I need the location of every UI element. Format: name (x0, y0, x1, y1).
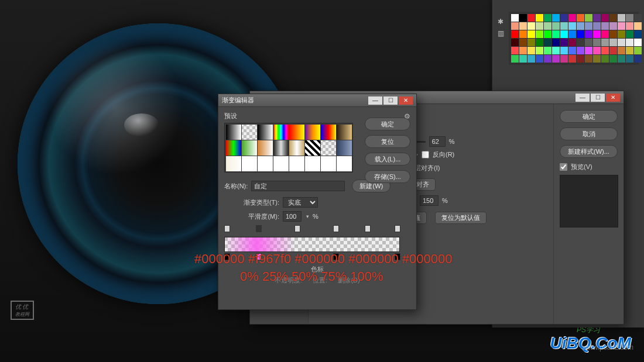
gradient-preset[interactable] (321, 140, 336, 156)
swatch-cell[interactable] (527, 55, 535, 63)
swatch-cell[interactable] (626, 47, 633, 54)
swatch-cell[interactable] (618, 30, 625, 38)
swatch-cell[interactable] (527, 30, 535, 38)
swatch-cell[interactable] (609, 22, 617, 30)
swatch-cell[interactable] (601, 39, 609, 46)
reverse-checkbox[interactable] (422, 151, 429, 158)
swatch-cell[interactable] (634, 14, 642, 22)
swatch-cell[interactable] (519, 39, 527, 46)
new-style-button[interactable]: 新建样式(W)... (560, 145, 618, 158)
swatch-cell[interactable] (552, 55, 560, 63)
swatch-cell[interactable] (626, 39, 633, 46)
gradient-preset[interactable] (321, 156, 336, 171)
swatch-cell[interactable] (568, 55, 576, 63)
opacity-input[interactable] (429, 136, 446, 147)
close-icon[interactable]: ✕ (399, 96, 413, 105)
swatch-cell[interactable] (577, 30, 584, 38)
gradient-preset[interactable] (226, 140, 241, 156)
swatch-cell[interactable] (609, 55, 617, 63)
swatch-cell[interactable] (585, 14, 592, 22)
swatch-cell[interactable] (544, 30, 551, 38)
swatch-cell[interactable] (560, 22, 568, 30)
swatch-cell[interactable] (560, 39, 568, 46)
swatch-cell[interactable] (585, 30, 592, 38)
preview-checkbox[interactable] (560, 163, 567, 171)
swatch-cell[interactable] (536, 22, 543, 30)
gradient-preset[interactable] (289, 125, 304, 140)
close-icon[interactable]: ✕ (606, 94, 620, 102)
swatch-cell[interactable] (593, 39, 601, 46)
swatch-cell[interactable] (560, 14, 568, 22)
swatch-cell[interactable] (568, 47, 576, 54)
chevron-down-icon[interactable]: ▾ (306, 213, 309, 219)
swatch-cell[interactable] (544, 22, 551, 30)
swatch-cell[interactable] (601, 47, 609, 54)
swatch-cell[interactable] (536, 30, 543, 38)
swatch-cell[interactable] (536, 14, 543, 22)
minimize-icon[interactable]: — (368, 96, 382, 105)
gradient-preset[interactable] (273, 156, 289, 171)
ge-load-button[interactable]: 载入(L)... (365, 153, 410, 166)
swatch-cell[interactable] (568, 39, 576, 46)
swatch-cell[interactable] (593, 22, 601, 30)
gradient-preset[interactable] (273, 125, 289, 140)
swatch-cell[interactable] (634, 30, 642, 38)
swatch-cell[interactable] (577, 22, 584, 30)
swatch-cell[interactable] (511, 14, 519, 22)
swatch-cell[interactable] (568, 30, 576, 38)
swatch-cell[interactable] (519, 47, 527, 54)
gradient-preset[interactable] (337, 156, 352, 171)
swatch-cell[interactable] (519, 22, 527, 30)
gradient-preset[interactable] (258, 125, 273, 140)
gradient-name-input[interactable] (251, 181, 345, 191)
gradient-preset[interactable] (305, 125, 320, 140)
swatch-cell[interactable] (577, 47, 584, 54)
swatch-cell[interactable] (552, 39, 560, 46)
swatch-cell[interactable] (609, 39, 617, 46)
swatch-cell[interactable] (618, 55, 625, 63)
swatch-cell[interactable] (618, 39, 625, 46)
swatch-cell[interactable] (536, 47, 543, 54)
gradient-preset[interactable] (337, 140, 352, 156)
swatch-cell[interactable] (601, 55, 609, 63)
gradient-preset[interactable] (289, 140, 304, 156)
swatch-cell[interactable] (552, 14, 560, 22)
gradient-preset[interactable] (337, 125, 352, 140)
swatch-cell[interactable] (511, 47, 519, 54)
opacity-stops-row[interactable] (224, 225, 400, 233)
swatch-cell[interactable] (609, 30, 617, 38)
scale-input[interactable] (420, 195, 439, 206)
swatch-cell[interactable] (634, 39, 642, 46)
swatch-cell[interactable] (560, 47, 568, 54)
swatch-cell[interactable] (593, 47, 601, 54)
swatch-cell[interactable] (527, 22, 535, 30)
maximize-icon[interactable]: ☐ (383, 96, 398, 105)
swatch-cell[interactable] (626, 30, 633, 38)
gradient-editor-titlebar[interactable]: 渐变编辑器 — ☐ ✕ (218, 94, 416, 107)
swatch-cell[interactable] (536, 55, 543, 63)
swatch-cell[interactable] (618, 22, 625, 30)
swatch-cell[interactable] (519, 30, 527, 38)
gradient-preset[interactable] (273, 140, 289, 156)
swatch-cell[interactable] (626, 14, 633, 22)
swatch-cell[interactable] (618, 14, 625, 22)
gradient-preset[interactable] (258, 140, 273, 156)
swatch-cell[interactable] (519, 14, 527, 22)
swatch-cell[interactable] (577, 39, 584, 46)
swatch-cell[interactable] (544, 39, 551, 46)
swatch-cell[interactable] (601, 14, 609, 22)
swatch-cell[interactable] (609, 47, 617, 54)
swatch-cell[interactable] (511, 22, 519, 30)
swatch-cell[interactable] (527, 39, 535, 46)
swatch-cell[interactable] (577, 14, 584, 22)
swatch-cell[interactable] (544, 55, 551, 63)
gradient-preset[interactable] (289, 156, 304, 171)
swatch-cell[interactable] (511, 30, 519, 38)
cancel-button[interactable]: 取消 (560, 127, 618, 140)
swatch-cell[interactable] (552, 22, 560, 30)
swatch-cell[interactable] (593, 14, 601, 22)
swatch-cell[interactable] (626, 55, 633, 63)
swatch-cell[interactable] (585, 55, 592, 63)
swatch-cell[interactable] (601, 22, 609, 30)
swatch-cell[interactable] (634, 55, 642, 63)
